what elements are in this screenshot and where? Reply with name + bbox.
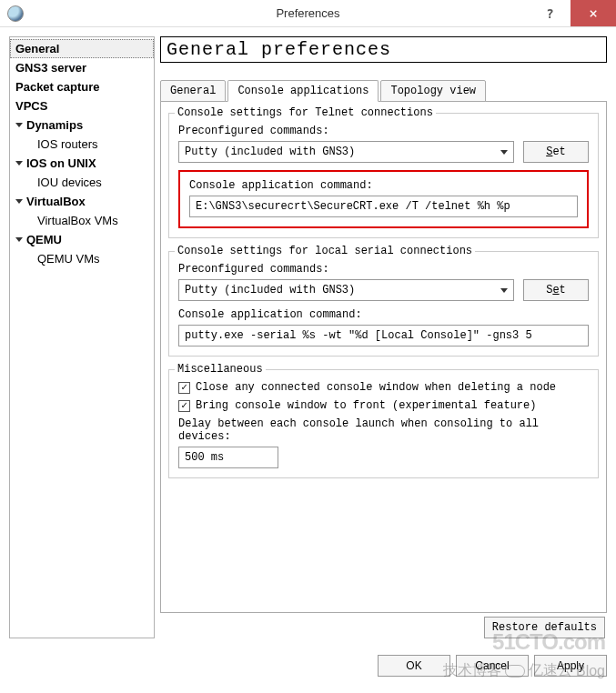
tab-topology-view[interactable]: Topology view — [380, 80, 486, 102]
sidebar-item-virtualbox-vms[interactable]: VirtualBox VMs — [10, 211, 154, 230]
close-button[interactable]: × — [571, 0, 616, 26]
combo-value: Putty (included with GNS3) — [185, 284, 355, 296]
chevron-down-icon — [15, 161, 23, 166]
group-telnet-console: Console settings for Telnet connections … — [168, 113, 599, 238]
set-telnet-button[interactable]: Set — [523, 141, 589, 163]
label-delay: Delay between each console launch when c… — [178, 417, 589, 443]
input-value: putty.exe -serial %s -wt "%d [Local Cons… — [185, 329, 532, 342]
chevron-down-icon — [15, 123, 23, 127]
sidebar-item-gns3-server[interactable]: GNS3 server — [10, 58, 154, 77]
set-serial-button[interactable]: Set — [523, 279, 589, 301]
input-value: E:\GNS3\securecrt\SecureCRT.exe /T /teln… — [196, 200, 510, 213]
preferences-sidebar: General GNS3 server Packet capture VPCS … — [9, 36, 155, 638]
sidebar-item-packet-capture[interactable]: Packet capture — [10, 77, 154, 96]
group-miscellaneous: Miscellaneous ✓ Close any connected cons… — [168, 369, 599, 478]
sidebar-item-virtualbox[interactable]: VirtualBox — [10, 192, 154, 211]
chevron-down-icon — [15, 199, 23, 204]
sidebar-item-qemu[interactable]: QEMU — [10, 230, 154, 249]
group-telnet-title: Console settings for Telnet connections — [175, 106, 436, 119]
restore-row: Restore defaults — [160, 613, 607, 638]
combo-delay[interactable]: 500 ms — [178, 447, 278, 468]
page-title: General preferences — [160, 36, 607, 63]
input-telnet-command[interactable]: E:\GNS3\securecrt\SecureCRT.exe /T /teln… — [189, 196, 578, 217]
ok-button[interactable]: OK — [378, 655, 450, 677]
checkbox-close-console[interactable]: ✓ — [178, 382, 190, 394]
label-telnet-command: Console application command: — [189, 179, 578, 192]
group-misc-title: Miscellaneous — [175, 363, 266, 376]
chevron-down-icon — [500, 150, 508, 155]
combo-preconfigured-serial[interactable]: Putty (included with GNS3) — [178, 279, 514, 301]
tab-strip: General Console applications Topology vi… — [160, 80, 607, 102]
sidebar-item-iou-devices[interactable]: IOU devices — [10, 173, 154, 192]
combo-value: Putty (included with GNS3) — [185, 146, 355, 158]
checkbox-bring-front[interactable]: ✓ — [178, 400, 190, 412]
content-area: General GNS3 server Packet capture VPCS … — [0, 27, 616, 648]
checkbox-bring-front-row[interactable]: ✓ Bring console window to front (experim… — [178, 399, 589, 412]
cancel-button[interactable]: Cancel — [456, 655, 529, 677]
combo-preconfigured-telnet[interactable]: Putty (included with GNS3) — [178, 141, 514, 163]
chevron-down-icon — [15, 237, 23, 242]
label-preconfigured-serial: Preconfigured commands: — [178, 263, 589, 276]
sidebar-item-ios-routers[interactable]: IOS routers — [10, 135, 154, 154]
sidebar-item-vpcs[interactable]: VPCS — [10, 96, 154, 116]
title-bar: Preferences ? × — [0, 0, 616, 27]
sidebar-item-general[interactable]: General — [10, 39, 154, 58]
help-button[interactable]: ? — [530, 0, 571, 26]
tab-general[interactable]: General — [160, 80, 226, 102]
main-panel: General preferences General Console appl… — [160, 36, 607, 638]
label-serial-command: Console application command: — [178, 308, 589, 321]
window-controls: ? × — [530, 0, 616, 26]
input-serial-command[interactable]: putty.exe -serial %s -wt "%d [Local Cons… — [178, 325, 589, 346]
restore-defaults-button[interactable]: Restore defaults — [484, 617, 605, 638]
group-serial-console: Console settings for local serial connec… — [168, 251, 599, 357]
app-icon — [7, 5, 24, 22]
window-title: Preferences — [276, 6, 339, 20]
chevron-down-icon — [500, 288, 508, 293]
sidebar-item-ios-on-unix[interactable]: IOS on UNIX — [10, 154, 154, 173]
tab-console-applications[interactable]: Console applications — [227, 80, 379, 102]
sidebar-item-qemu-vms[interactable]: QEMU VMs — [10, 249, 154, 268]
apply-button[interactable]: Apply — [534, 655, 607, 677]
tab-panel: Console settings for Telnet connections … — [160, 101, 607, 613]
sidebar-item-dynamips[interactable]: Dynamips — [10, 116, 154, 135]
label-preconfigured-telnet: Preconfigured commands: — [178, 125, 589, 137]
checkbox-label: Bring console window to front (experimen… — [196, 399, 536, 412]
group-serial-title: Console settings for local serial connec… — [175, 245, 475, 257]
combo-value: 500 ms — [185, 451, 224, 464]
dialog-footer: OK Cancel Apply — [0, 648, 616, 686]
checkbox-close-console-row[interactable]: ✓ Close any connected console window whe… — [178, 381, 589, 394]
group-telnet-command-highlight: Console application command: E:\GNS3\sec… — [178, 170, 589, 228]
checkbox-label: Close any connected console window when … — [196, 381, 556, 394]
